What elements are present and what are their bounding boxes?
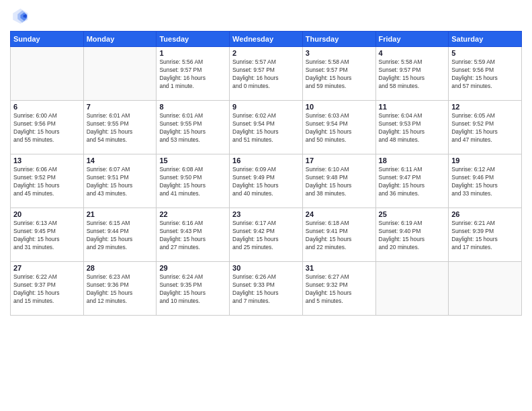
calendar-cell: 29Sunrise: 6:24 AM Sunset: 9:35 PM Dayli… (157, 262, 230, 316)
day-number: 13 (13, 156, 81, 165)
week-row-2: 6Sunrise: 6:00 AM Sunset: 9:56 PM Daylig… (11, 101, 522, 154)
day-number: 31 (306, 264, 373, 272)
day-number: 6 (13, 103, 81, 111)
day-number: 22 (159, 210, 226, 218)
day-number: 29 (159, 264, 226, 272)
logo-icon (10, 7, 29, 26)
calendar-cell: 30Sunrise: 6:26 AM Sunset: 9:33 PM Dayli… (230, 262, 303, 316)
calendar-cell: 31Sunrise: 6:27 AM Sunset: 9:32 PM Dayli… (302, 262, 375, 316)
day-info: Sunrise: 6:15 AM Sunset: 9:44 PM Dayligh… (87, 220, 154, 252)
day-info: Sunrise: 5:58 AM Sunset: 9:57 PM Dayligh… (379, 58, 446, 91)
calendar-cell: 16Sunrise: 6:09 AM Sunset: 9:49 PM Dayli… (230, 154, 303, 208)
weekday-header-monday: Monday (83, 32, 157, 47)
day-number: 12 (451, 103, 519, 111)
day-number: 4 (379, 49, 446, 57)
calendar-cell: 18Sunrise: 6:11 AM Sunset: 9:47 PM Dayli… (375, 154, 449, 208)
calendar-table: SundayMondayTuesdayWednesdayThursdayFrid… (10, 31, 522, 316)
day-number: 18 (379, 156, 446, 165)
day-number: 8 (159, 103, 226, 111)
day-info: Sunrise: 6:01 AM Sunset: 9:55 PM Dayligh… (87, 112, 154, 144)
calendar-cell: 20Sunrise: 6:13 AM Sunset: 9:45 PM Dayli… (11, 208, 84, 262)
calendar-cell: 8Sunrise: 6:01 AM Sunset: 9:55 PM Daylig… (157, 101, 230, 154)
day-info: Sunrise: 6:27 AM Sunset: 9:32 PM Dayligh… (306, 273, 373, 306)
day-number: 20 (13, 210, 81, 218)
calendar-cell: 14Sunrise: 6:07 AM Sunset: 9:51 PM Dayli… (83, 154, 157, 208)
day-number: 23 (232, 210, 300, 218)
calendar-cell: 1Sunrise: 5:56 AM Sunset: 9:57 PM Daylig… (157, 47, 230, 101)
day-info: Sunrise: 6:03 AM Sunset: 9:54 PM Dayligh… (306, 112, 373, 144)
calendar-cell: 7Sunrise: 6:01 AM Sunset: 9:55 PM Daylig… (83, 101, 157, 154)
week-row-5: 27Sunrise: 6:22 AM Sunset: 9:37 PM Dayli… (11, 262, 522, 316)
day-number: 1 (159, 49, 226, 57)
day-info: Sunrise: 5:59 AM Sunset: 9:56 PM Dayligh… (451, 58, 519, 91)
day-number: 25 (379, 210, 446, 218)
day-number: 26 (451, 210, 519, 218)
day-info: Sunrise: 6:24 AM Sunset: 9:35 PM Dayligh… (159, 273, 226, 306)
day-info: Sunrise: 6:00 AM Sunset: 9:56 PM Dayligh… (13, 112, 81, 144)
day-info: Sunrise: 6:23 AM Sunset: 9:36 PM Dayligh… (87, 273, 154, 306)
calendar-cell: 9Sunrise: 6:02 AM Sunset: 9:54 PM Daylig… (230, 101, 303, 154)
calendar-cell: 4Sunrise: 5:58 AM Sunset: 9:57 PM Daylig… (375, 47, 449, 101)
day-info: Sunrise: 6:13 AM Sunset: 9:45 PM Dayligh… (13, 220, 81, 252)
calendar-cell: 5Sunrise: 5:59 AM Sunset: 9:56 PM Daylig… (449, 47, 522, 101)
calendar-cell: 22Sunrise: 6:16 AM Sunset: 9:43 PM Dayli… (157, 208, 230, 262)
calendar-cell (375, 262, 449, 316)
calendar-cell: 17Sunrise: 6:10 AM Sunset: 9:48 PM Dayli… (302, 154, 375, 208)
calendar-cell: 21Sunrise: 6:15 AM Sunset: 9:44 PM Dayli… (83, 208, 157, 262)
day-number: 27 (13, 264, 81, 272)
day-number: 3 (306, 49, 373, 57)
day-info: Sunrise: 6:26 AM Sunset: 9:33 PM Dayligh… (232, 273, 300, 306)
day-number: 5 (451, 49, 519, 57)
day-number: 17 (306, 156, 373, 165)
logo (10, 7, 32, 26)
weekday-header-wednesday: Wednesday (230, 32, 303, 47)
day-number: 15 (159, 156, 226, 165)
day-number: 28 (87, 264, 154, 272)
calendar-cell: 3Sunrise: 5:58 AM Sunset: 9:57 PM Daylig… (302, 47, 375, 101)
day-number: 19 (451, 156, 519, 165)
calendar-cell: 25Sunrise: 6:19 AM Sunset: 9:40 PM Dayli… (375, 208, 449, 262)
day-info: Sunrise: 6:11 AM Sunset: 9:47 PM Dayligh… (379, 166, 446, 198)
calendar-cell: 23Sunrise: 6:17 AM Sunset: 9:42 PM Dayli… (230, 208, 303, 262)
calendar-cell: 11Sunrise: 6:04 AM Sunset: 9:53 PM Dayli… (375, 101, 449, 154)
day-number: 24 (306, 210, 373, 218)
day-info: Sunrise: 6:18 AM Sunset: 9:41 PM Dayligh… (306, 220, 373, 252)
page: SundayMondayTuesdayWednesdayThursdayFrid… (0, 0, 532, 411)
day-info: Sunrise: 5:58 AM Sunset: 9:57 PM Dayligh… (306, 58, 373, 91)
day-info: Sunrise: 6:12 AM Sunset: 9:46 PM Dayligh… (451, 166, 519, 198)
weekday-header-row: SundayMondayTuesdayWednesdayThursdayFrid… (11, 32, 522, 47)
day-info: Sunrise: 6:16 AM Sunset: 9:43 PM Dayligh… (159, 220, 226, 252)
week-row-3: 13Sunrise: 6:06 AM Sunset: 9:52 PM Dayli… (11, 154, 522, 208)
day-info: Sunrise: 6:04 AM Sunset: 9:53 PM Dayligh… (379, 112, 446, 144)
day-info: Sunrise: 6:05 AM Sunset: 9:52 PM Dayligh… (451, 112, 519, 144)
day-number: 2 (232, 49, 300, 57)
day-info: Sunrise: 6:10 AM Sunset: 9:48 PM Dayligh… (306, 166, 373, 198)
weekday-header-sunday: Sunday (11, 32, 84, 47)
day-info: Sunrise: 6:07 AM Sunset: 9:51 PM Dayligh… (87, 166, 154, 198)
weekday-header-tuesday: Tuesday (157, 32, 230, 47)
calendar-cell: 12Sunrise: 6:05 AM Sunset: 9:52 PM Dayli… (449, 101, 522, 154)
day-info: Sunrise: 5:57 AM Sunset: 9:57 PM Dayligh… (232, 58, 300, 91)
day-info: Sunrise: 6:09 AM Sunset: 9:49 PM Dayligh… (232, 166, 300, 198)
weekday-header-friday: Friday (375, 32, 449, 47)
day-info: Sunrise: 6:02 AM Sunset: 9:54 PM Dayligh… (232, 112, 300, 144)
day-number: 16 (232, 156, 300, 165)
header (10, 7, 522, 26)
day-info: Sunrise: 5:56 AM Sunset: 9:57 PM Dayligh… (159, 58, 226, 91)
day-info: Sunrise: 6:19 AM Sunset: 9:40 PM Dayligh… (379, 220, 446, 252)
day-number: 30 (232, 264, 300, 272)
day-info: Sunrise: 6:08 AM Sunset: 9:50 PM Dayligh… (159, 166, 226, 198)
calendar-cell: 10Sunrise: 6:03 AM Sunset: 9:54 PM Dayli… (302, 101, 375, 154)
day-info: Sunrise: 6:01 AM Sunset: 9:55 PM Dayligh… (159, 112, 226, 144)
week-row-4: 20Sunrise: 6:13 AM Sunset: 9:45 PM Dayli… (11, 208, 522, 262)
day-number: 14 (87, 156, 154, 165)
day-number: 11 (379, 103, 446, 111)
calendar-cell: 15Sunrise: 6:08 AM Sunset: 9:50 PM Dayli… (157, 154, 230, 208)
day-info: Sunrise: 6:22 AM Sunset: 9:37 PM Dayligh… (13, 273, 81, 306)
calendar-cell: 26Sunrise: 6:21 AM Sunset: 9:39 PM Dayli… (449, 208, 522, 262)
day-number: 9 (232, 103, 300, 111)
day-number: 21 (87, 210, 154, 218)
weekday-header-thursday: Thursday (302, 32, 375, 47)
calendar-cell: 24Sunrise: 6:18 AM Sunset: 9:41 PM Dayli… (302, 208, 375, 262)
day-info: Sunrise: 6:21 AM Sunset: 9:39 PM Dayligh… (451, 220, 519, 252)
